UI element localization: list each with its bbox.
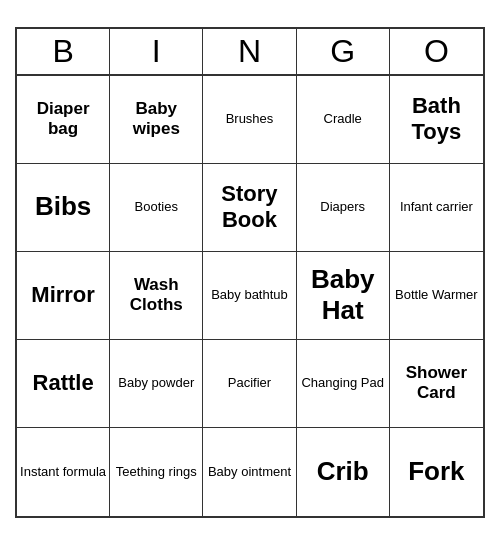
cell-text: Baby ointment	[208, 464, 291, 480]
cell-text: Baby powder	[118, 375, 194, 391]
bingo-cell[interactable]: Baby Hat	[297, 252, 390, 340]
bingo-cell[interactable]: Bath Toys	[390, 76, 483, 164]
header-letter: N	[203, 29, 296, 74]
cell-text: Teething rings	[116, 464, 197, 480]
cell-text: Crib	[317, 456, 369, 487]
header-letter: B	[17, 29, 110, 74]
bingo-cell[interactable]: Shower Card	[390, 340, 483, 428]
bingo-header: BINGO	[17, 29, 483, 76]
cell-text: Diaper bag	[20, 99, 106, 140]
cell-text: Diapers	[320, 199, 365, 215]
bingo-cell[interactable]: Mirror	[17, 252, 110, 340]
header-letter: I	[110, 29, 203, 74]
bingo-cell[interactable]: Rattle	[17, 340, 110, 428]
bingo-cell[interactable]: Teething rings	[110, 428, 203, 516]
bingo-cell[interactable]: Baby bathtub	[203, 252, 296, 340]
cell-text: Bath Toys	[393, 93, 480, 146]
cell-text: Story Book	[206, 181, 292, 234]
bingo-cell[interactable]: Story Book	[203, 164, 296, 252]
bingo-cell[interactable]: Baby wipes	[110, 76, 203, 164]
cell-text: Mirror	[31, 282, 95, 308]
bingo-cell[interactable]: Diapers	[297, 164, 390, 252]
cell-text: Instant formula	[20, 464, 106, 480]
bingo-cell[interactable]: Crib	[297, 428, 390, 516]
bingo-card: BINGO Diaper bagBaby wipesBrushesCradleB…	[15, 27, 485, 518]
cell-text: Fork	[408, 456, 464, 487]
cell-text: Rattle	[33, 370, 94, 396]
cell-text: Changing Pad	[301, 375, 383, 391]
bingo-grid: Diaper bagBaby wipesBrushesCradleBath To…	[17, 76, 483, 516]
cell-text: Pacifier	[228, 375, 271, 391]
bingo-cell[interactable]: Pacifier	[203, 340, 296, 428]
bingo-cell[interactable]: Cradle	[297, 76, 390, 164]
bingo-cell[interactable]: Instant formula	[17, 428, 110, 516]
cell-text: Baby wipes	[113, 99, 199, 140]
header-letter: G	[297, 29, 390, 74]
bingo-cell[interactable]: Bottle Warmer	[390, 252, 483, 340]
cell-text: Baby Hat	[300, 264, 386, 326]
cell-text: Infant carrier	[400, 199, 473, 215]
cell-text: Cradle	[324, 111, 362, 127]
cell-text: Booties	[135, 199, 178, 215]
bingo-cell[interactable]: Baby powder	[110, 340, 203, 428]
bingo-cell[interactable]: Infant carrier	[390, 164, 483, 252]
cell-text: Brushes	[226, 111, 274, 127]
bingo-cell[interactable]: Booties	[110, 164, 203, 252]
header-letter: O	[390, 29, 483, 74]
cell-text: Bottle Warmer	[395, 287, 478, 303]
cell-text: Bibs	[35, 191, 91, 222]
bingo-cell[interactable]: Baby ointment	[203, 428, 296, 516]
cell-text: Baby bathtub	[211, 287, 288, 303]
bingo-cell[interactable]: Bibs	[17, 164, 110, 252]
cell-text: Wash Cloths	[113, 275, 199, 316]
bingo-cell[interactable]: Fork	[390, 428, 483, 516]
bingo-cell[interactable]: Wash Cloths	[110, 252, 203, 340]
bingo-cell[interactable]: Diaper bag	[17, 76, 110, 164]
bingo-cell[interactable]: Changing Pad	[297, 340, 390, 428]
cell-text: Shower Card	[393, 363, 480, 404]
bingo-cell[interactable]: Brushes	[203, 76, 296, 164]
